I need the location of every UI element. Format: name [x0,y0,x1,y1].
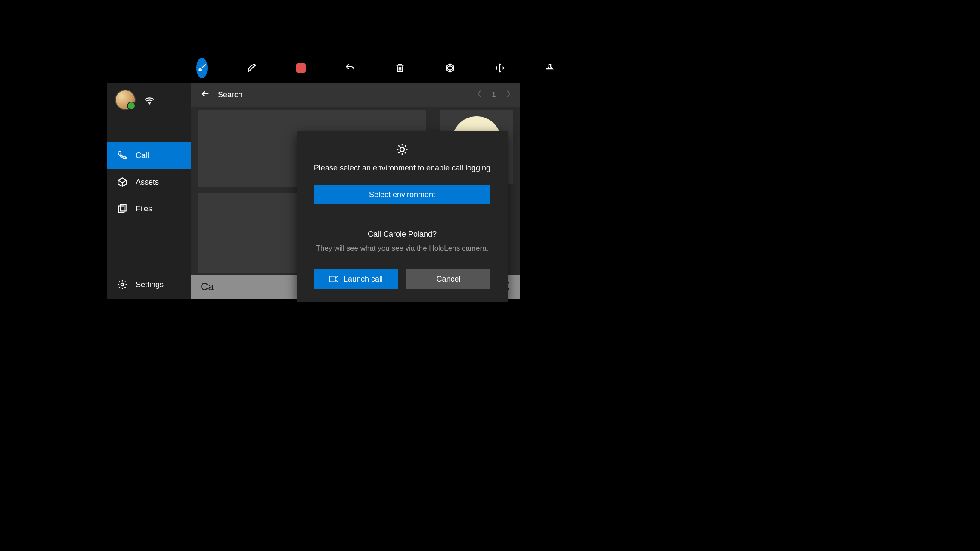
svg-point-6 [121,283,124,286]
nav-label: Call [136,151,149,160]
header-title: Search [218,90,242,99]
divider [314,217,490,217]
trash-icon [394,62,406,74]
wifi-icon [143,93,155,107]
launch-call-button[interactable]: Launch call [314,269,398,289]
record-button[interactable] [296,58,306,78]
chevron-right-icon [506,89,512,99]
arrow-in-icon [196,62,208,74]
select-environment-label: Select environment [369,190,435,199]
sidebar-item-settings[interactable]: Settings [107,279,191,290]
cube-icon [117,176,128,188]
pin-button[interactable] [544,58,555,78]
delete-button[interactable] [394,58,406,78]
sidebar-item-files[interactable]: Files [107,195,191,222]
target-icon [444,62,456,74]
phone-icon [117,150,128,161]
settings-label: Settings [136,280,164,289]
video-icon [329,276,338,282]
call-question: Call Carole Poland? [368,230,437,239]
select-environment-button[interactable]: Select environment [314,185,490,204]
pin-icon [544,62,555,74]
sidebar-item-assets[interactable]: Assets [107,169,191,195]
window-toolbar [107,53,520,83]
app-window: Call Assets Files Settings Search [107,83,520,299]
main-panel: Search 1 HR Hilary Reyes [191,83,520,299]
user-avatar[interactable] [115,90,136,110]
page-next[interactable] [506,89,512,101]
stop-icon [296,63,306,73]
undo-icon [344,62,356,74]
minimize-button[interactable] [196,58,208,78]
svg-point-3 [149,103,150,104]
gear-icon [396,143,409,158]
sidebar: Call Assets Files Settings [107,83,191,299]
dialog-buttons: Launch call Cancel [314,269,490,289]
move-button[interactable] [494,58,506,78]
nav-label: Assets [136,178,159,187]
draw-button[interactable] [246,58,257,78]
page-prev[interactable] [476,89,482,101]
svg-marker-2 [448,66,453,71]
gear-icon [117,279,128,290]
sidebar-nav: Call Assets Files [107,142,191,222]
back-button[interactable] [201,89,210,100]
chevron-left-icon [476,89,482,99]
content-header: Search 1 [191,83,520,107]
pencil-icon [246,62,257,74]
env-message: Please select an environment to enable c… [314,164,490,173]
cancel-button[interactable]: Cancel [406,269,490,289]
content-area: HR Hilary Reyes Please select an environ… [191,107,520,299]
sidebar-header [107,83,191,110]
nav-label: Files [136,204,152,214]
call-dialog: Please select an environment to enable c… [297,131,508,302]
arrow-left-icon [201,89,210,99]
cancel-label: Cancel [436,275,460,284]
undo-button[interactable] [344,58,356,78]
call-subtext: They will see what you see via the HoloL… [316,244,489,253]
pager: 1 [476,89,512,101]
files-icon [117,203,128,214]
svg-point-7 [400,147,404,152]
svg-point-0 [199,69,201,71]
launch-call-label: Launch call [344,275,383,284]
move-icon [494,62,506,74]
focus-button[interactable] [444,58,456,78]
sidebar-item-call[interactable]: Call [107,142,191,169]
svg-rect-8 [329,276,335,282]
page-number: 1 [492,90,496,99]
